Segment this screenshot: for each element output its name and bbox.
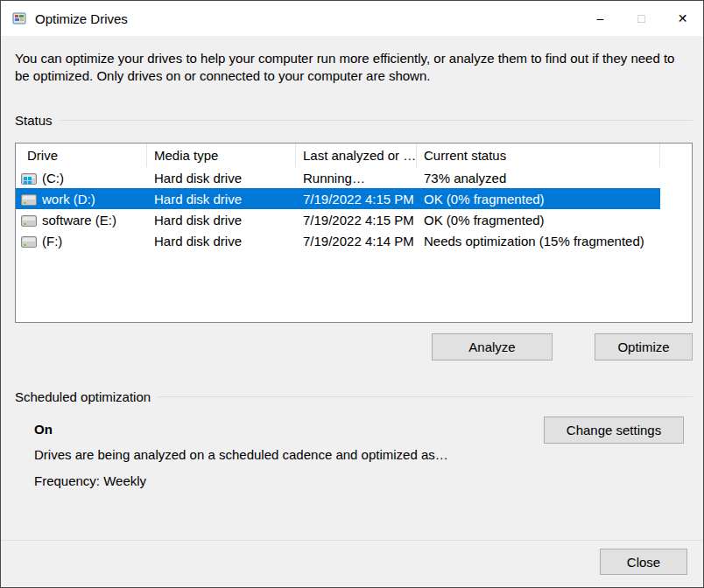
defrag-app-icon (12, 11, 26, 25)
current-status-cell: OK (0% fragmented) (417, 213, 660, 228)
drives-list: Drive Media type Last analyzed or … Curr… (15, 143, 693, 323)
table-row[interactable]: software (E:) Hard disk drive 7/19/2022 … (16, 209, 660, 230)
window-titlebar: Optimize Drives – □ ✕ (1, 1, 703, 36)
drive-label: software (E:) (42, 213, 116, 228)
table-row[interactable]: work (D:) Hard disk drive 7/19/2022 4:15… (16, 188, 660, 209)
current-status-cell: Needs optimization (15% fragmented) (417, 234, 660, 248)
schedule-section-header: Scheduled optimization (15, 389, 693, 404)
schedule-frequency: Frequency: Weekly (34, 473, 146, 488)
drives-list-header: Drive Media type Last analyzed or … Curr… (16, 144, 692, 167)
column-header-current-status[interactable]: Current status (417, 144, 660, 167)
media-type-cell: Hard disk drive (147, 213, 296, 228)
media-type-cell: Hard disk drive (147, 171, 296, 186)
column-header-filler (660, 144, 692, 167)
footer-separator (1, 540, 703, 541)
minimize-button[interactable]: – (580, 1, 621, 36)
drive-icon (21, 193, 37, 205)
drive-icon (21, 214, 37, 226)
last-analyzed-cell: 7/19/2022 4:15 PM (296, 213, 417, 228)
column-header-last-analyzed[interactable]: Last analyzed or … (296, 144, 417, 167)
optimize-button[interactable]: Optimize (595, 333, 693, 360)
maximize-button[interactable]: □ (621, 1, 662, 36)
schedule-section-label: Scheduled optimization (15, 389, 151, 404)
drive-label: (C:) (42, 171, 64, 186)
status-section-rule (60, 120, 693, 121)
column-header-drive[interactable]: Drive (16, 144, 147, 167)
system-drive-icon (21, 172, 37, 184)
titlebar-close-button[interactable]: ✕ (662, 1, 703, 36)
schedule-state: On (34, 422, 53, 437)
status-section-label: Status (15, 113, 53, 128)
schedule-section-rule (158, 396, 693, 397)
last-analyzed-cell: 7/19/2022 4:14 PM (296, 234, 417, 248)
table-row[interactable]: (F:) Hard disk drive 7/19/2022 4:14 PM N… (16, 230, 660, 251)
schedule-description: Drives are being analyzed on a scheduled… (34, 447, 533, 462)
status-section-header: Status (15, 113, 693, 128)
optimize-drives-dialog: Optimize Drives – □ ✕ You can optimize y… (0, 0, 704, 588)
last-analyzed-cell: 7/19/2022 4:15 PM (296, 192, 417, 206)
analyze-button[interactable]: Analyze (432, 333, 553, 360)
current-status-cell: 73% analyzed (417, 171, 660, 186)
drive-label: work (D:) (42, 192, 95, 206)
intro-text: You can optimize your drives to help you… (15, 50, 684, 86)
close-button[interactable]: Close (600, 549, 687, 575)
drive-label: (F:) (42, 234, 62, 248)
drive-icon (21, 235, 37, 247)
media-type-cell: Hard disk drive (147, 234, 296, 248)
window-title: Optimize Drives (35, 11, 128, 26)
media-type-cell: Hard disk drive (147, 192, 296, 206)
change-settings-button[interactable]: Change settings (544, 416, 684, 444)
table-row[interactable]: (C:) Hard disk drive Running… 73% analyz… (16, 167, 660, 188)
last-analyzed-cell: Running… (296, 171, 417, 186)
window-controls: – □ ✕ (580, 1, 703, 36)
current-status-cell: OK (0% fragmented) (417, 192, 660, 206)
column-header-media-type[interactable]: Media type (147, 144, 296, 167)
